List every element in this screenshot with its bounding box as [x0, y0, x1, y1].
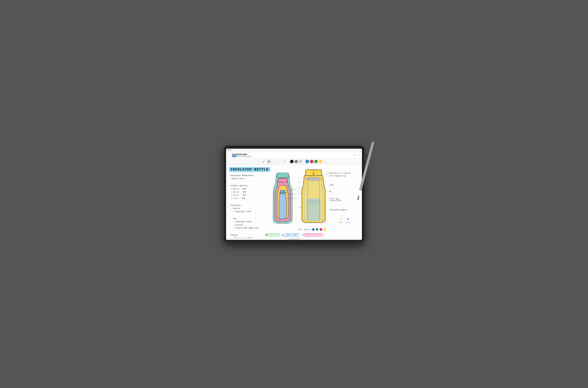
tablet-screen: 12:34 ← Insulated bottle EN-US Product S…	[226, 149, 362, 240]
pen-tool-5[interactable]	[283, 159, 287, 164]
time-display: 12:34	[227, 149, 231, 151]
svg-rect-0	[277, 173, 289, 178]
annot-engrave2: with company logo	[330, 175, 359, 177]
toolbar-separator-1	[288, 160, 289, 163]
time-24h-label: 24 h	[346, 222, 350, 223]
annot-inox: Inox	[330, 184, 359, 186]
color-red[interactable]	[310, 160, 313, 163]
document-title: Insulated bottle	[232, 153, 354, 156]
color-add-button[interactable]: +	[323, 160, 327, 163]
toolbar: +	[226, 158, 362, 165]
nav-actions: + ⋮	[354, 154, 360, 157]
note-spacer-4	[229, 230, 359, 233]
svg-rect-1	[278, 178, 287, 182]
color-options-row: Color options	[298, 228, 326, 231]
bpa-free-label: BPA-free	[269, 233, 279, 236]
color-opt-green[interactable]	[316, 228, 318, 231]
back-button[interactable]: ←	[228, 154, 230, 157]
language-badge: EN-US	[232, 155, 237, 157]
bottom-badges-bar: 🌿 BPA-free 💧 Water-tight ♡ Healthy mater…	[226, 233, 362, 237]
add-button[interactable]: +	[354, 154, 356, 157]
pen-tool-4[interactable]	[277, 159, 282, 164]
nav-bar: ← Insulated bottle EN-US Product Specifi…	[226, 152, 362, 158]
home-indicator	[226, 238, 362, 240]
color-gray[interactable]	[294, 160, 298, 163]
badge-water-tight: 💧 Water-tight	[281, 233, 299, 236]
time-item-sun: ☀ 12 h	[339, 217, 343, 223]
svg-rect-3	[280, 190, 285, 193]
color-yellow[interactable]	[319, 160, 322, 163]
more-button[interactable]: ⋮	[358, 154, 360, 157]
bottle-sketch-right	[298, 169, 329, 228]
healthy-materials-icon: ♡	[301, 234, 303, 236]
color-lightgray[interactable]	[299, 160, 302, 163]
content-area[interactable]: INSULATED BOTTLE — Maintains temperature…	[226, 165, 362, 238]
status-bar: 12:34	[226, 149, 362, 152]
tablet-device: Lenovo 12:34 ← Insulated bottle EN-US Pr…	[224, 146, 364, 242]
water-tight-icon: 💧	[281, 234, 284, 236]
note-title: INSULATED BOTTLE	[230, 168, 269, 171]
annot-insulated: Insulated support	[330, 209, 359, 211]
pen-tool-1[interactable]	[261, 159, 266, 164]
note-line-16: ★ Infuser cap (+$10)	[229, 237, 359, 238]
stylus-brand-text: Lenovo	[370, 146, 373, 151]
nav-subtitle: EN-US Product Specifications	[232, 155, 354, 157]
subtitle-text: Product Specifications	[237, 155, 252, 157]
bottle-sketch-left	[269, 173, 297, 229]
color-blue[interactable]	[305, 160, 309, 163]
annot-p-label: P	[330, 191, 359, 193]
badge-healthy-materials: ♡ Healthy materials	[301, 233, 323, 236]
sun-icon: ☀	[340, 217, 342, 221]
healthy-materials-label: Healthy materials	[304, 233, 323, 236]
svg-point-12	[306, 177, 321, 181]
time-icons: ☀ 12 h ❄ 24 h	[339, 217, 350, 223]
pen-tool-2[interactable]	[267, 159, 271, 164]
color-green[interactable]	[314, 160, 318, 163]
color-opt-pink[interactable]	[319, 228, 322, 231]
annot-outer-case: outer case vacuum flask	[330, 198, 359, 201]
badge-bpa-free: 🌿 BPA-free	[265, 233, 279, 236]
nav-title-group: Insulated bottle EN-US Product Specifica…	[232, 153, 354, 157]
pen-tool-3[interactable]	[272, 159, 276, 164]
water-tight-label: Water-tight	[285, 233, 299, 236]
time-12h-label: 12 h	[339, 222, 343, 223]
color-options-label: Color options	[298, 229, 311, 230]
svg-line-17	[325, 172, 329, 175]
color-opt-yellow[interactable]	[323, 228, 326, 231]
time-item-snowflake: ❄ 24 h	[346, 217, 350, 223]
annot-engrave: Possibility to engrave	[330, 172, 359, 174]
bpa-free-icon: 🌿	[265, 234, 268, 236]
color-opt-blue[interactable]	[312, 228, 315, 231]
note-title-box: INSULATED BOTTLE	[229, 167, 270, 172]
home-bar	[288, 239, 300, 239]
snowflake-icon: ❄	[347, 217, 349, 221]
color-black[interactable]	[290, 160, 294, 163]
right-annotations: Possibility to engrave with company logo…	[330, 172, 359, 211]
